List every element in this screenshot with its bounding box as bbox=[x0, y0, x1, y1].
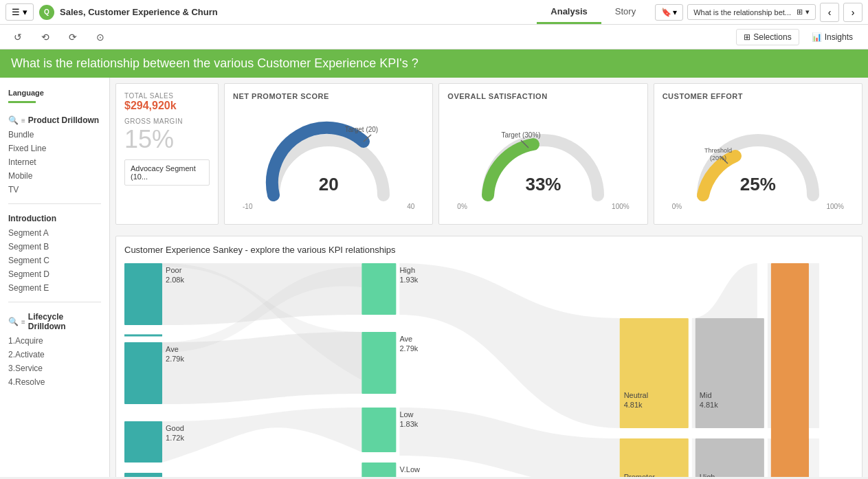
svg-text:Promotor: Promotor bbox=[624, 473, 656, 477]
advocacy-segment-button[interactable]: Advocacy Segment (10... bbox=[124, 159, 210, 186]
svg-text:V.Low: V.Low bbox=[399, 465, 420, 474]
sankey-node-promotor bbox=[620, 438, 689, 477]
sankey-node-vlow bbox=[361, 463, 396, 477]
sankey-node-good bbox=[124, 421, 162, 463]
sankey-title: Customer Experience Sankey - explore the… bbox=[124, 245, 854, 255]
overall-max: 100% bbox=[612, 203, 630, 210]
svg-text:Neutral: Neutral bbox=[624, 391, 648, 399]
sankey-svg: Poor 2.08k Ave 2.79k Good 1.72k V. Good … bbox=[124, 263, 854, 477]
svg-text:Ave: Ave bbox=[166, 345, 179, 353]
insights-button[interactable]: 📊 Insights bbox=[805, 30, 860, 45]
sidebar-item-activate[interactable]: 2.Activate bbox=[0, 348, 109, 361]
sankey-node-far-right-2 bbox=[771, 438, 809, 477]
tab-analysis[interactable]: Analysis bbox=[537, 1, 601, 24]
svg-text:2.79k: 2.79k bbox=[166, 355, 184, 363]
list-icon: ≡ bbox=[21, 117, 25, 124]
sankey-section: Customer Experience Sankey - explore the… bbox=[115, 236, 863, 477]
selections-button[interactable]: ⊞ Selections bbox=[736, 29, 799, 45]
svg-text:V. Good: V. Good bbox=[166, 476, 192, 477]
sidebar: Language 🔍 ≡ Product Drilldown Bundle Fi… bbox=[0, 78, 110, 477]
toolbar-btn-4[interactable]: ⊙ bbox=[91, 27, 110, 47]
svg-text:Poor: Poor bbox=[166, 266, 182, 274]
gross-margin-label: GROSS MARGIN bbox=[124, 118, 210, 125]
sankey-node-mid bbox=[695, 318, 764, 428]
list-icon-2: ≡ bbox=[21, 318, 25, 326]
svg-text:4.81k: 4.81k bbox=[624, 401, 643, 409]
sankey-node-low bbox=[361, 408, 396, 452]
total-sales-label: TOTAL SALES bbox=[124, 92, 210, 100]
sankey-node-neutral bbox=[620, 318, 689, 428]
sidebar-item-segment-a[interactable]: Segment A bbox=[0, 226, 109, 240]
svg-text:High: High bbox=[399, 266, 415, 274]
top-bar: ☰ ▾ Q Sales, Customer Experience & Churn… bbox=[0, 0, 868, 25]
sidebar-item-fixed-line[interactable]: Fixed Line bbox=[0, 142, 109, 155]
selections-icon: ⊞ bbox=[744, 32, 750, 42]
sidebar-item-bundle[interactable]: Bundle bbox=[0, 128, 109, 142]
effort-gauge-svg: Threshold (20%) bbox=[689, 106, 827, 216]
nav-prev-button[interactable]: ‹ bbox=[820, 3, 839, 22]
sidebar-item-acquire[interactable]: 1.Acquire bbox=[0, 334, 109, 348]
main-layout: Language 🔍 ≡ Product Drilldown Bundle Fi… bbox=[0, 78, 868, 477]
sidebar-item-segment-e[interactable]: Segment E bbox=[0, 281, 109, 295]
toolbar-btn-2[interactable]: ⟲ bbox=[36, 27, 55, 47]
svg-text:(20%): (20%) bbox=[710, 155, 726, 161]
insights-label: Insights bbox=[825, 32, 853, 42]
content-area: TOTAL SALES $294,920k GROSS MARGIN 15% A… bbox=[110, 78, 868, 477]
sidebar-item-service[interactable]: 3.Service bbox=[0, 361, 109, 375]
insights-icon: 📊 bbox=[812, 32, 822, 42]
sheet-title: What is the relationship bet... bbox=[693, 8, 791, 16]
sheet-dropdown-icon: ▾ bbox=[805, 8, 810, 16]
effort-max: 100% bbox=[826, 203, 844, 210]
svg-text:Target (20): Target (20) bbox=[345, 126, 378, 133]
sankey-node-vgood bbox=[124, 473, 162, 477]
sidebar-item-mobile[interactable]: Mobile bbox=[0, 169, 109, 183]
toolbar-btn-3[interactable]: ⟳ bbox=[63, 27, 82, 47]
hamburger-button[interactable]: ☰ ▾ bbox=[5, 3, 34, 21]
sidebar-item-tv[interactable]: TV bbox=[0, 183, 109, 197]
svg-text:Threshold: Threshold bbox=[704, 147, 732, 154]
sidebar-item-segment-d[interactable]: Segment D bbox=[0, 267, 109, 281]
bookmark-icon: 🔖 bbox=[661, 8, 671, 17]
sidebar-item-resolve[interactable]: 4.Resolve bbox=[0, 375, 109, 389]
toolbar-right: ⊞ Selections 📊 Insights bbox=[736, 29, 860, 45]
tab-story[interactable]: Story bbox=[601, 1, 649, 24]
sheet-selector[interactable]: What is the relationship bet... ⊞ ▾ bbox=[687, 4, 816, 20]
app-icon: Q bbox=[39, 5, 54, 20]
sankey-chart[interactable]: Poor 2.08k Ave 2.79k Good 1.72k V. Good … bbox=[124, 263, 854, 477]
svg-text:Mid: Mid bbox=[700, 391, 712, 399]
effort-value: 25% bbox=[740, 174, 776, 195]
sidebar-divider-2 bbox=[8, 302, 101, 302]
customer-effort-card: CUSTOMER EFFORT Threshold (20%) 25% 0% bbox=[654, 83, 863, 225]
svg-text:2.08k: 2.08k bbox=[166, 276, 184, 284]
sidebar-lifecycle-drilldown[interactable]: 🔍 ≡ Lifecycle Drilldown bbox=[0, 309, 109, 334]
app-title: Sales, Customer Experience & Churn bbox=[60, 7, 531, 17]
total-sales-value: $294,920k bbox=[124, 100, 210, 112]
nps-value: 20 bbox=[319, 174, 339, 195]
svg-text:1.83k: 1.83k bbox=[399, 420, 418, 428]
sidebar-lifecycle-section: 🔍 ≡ Lifecycle Drilldown 1.Acquire 2.Acti… bbox=[0, 307, 109, 392]
sidebar-language-label: Language bbox=[0, 86, 109, 100]
kpi-row: TOTAL SALES $294,920k GROSS MARGIN 15% A… bbox=[110, 78, 868, 230]
toolbar-btn-1[interactable]: ↺ bbox=[8, 27, 27, 47]
sidebar-item-segment-b[interactable]: Segment B bbox=[0, 240, 109, 254]
svg-text:Ave: Ave bbox=[399, 335, 412, 343]
top-right-controls: 🔖 ▾ What is the relationship bet... ⊞ ▾ … bbox=[655, 3, 863, 22]
sidebar-drilldown1-section: 🔍 ≡ Product Drilldown Bundle Fixed Line … bbox=[0, 110, 109, 199]
overall-value: 33% bbox=[525, 174, 561, 195]
search-icon: 🔍 bbox=[8, 115, 19, 125]
sidebar-item-segment-c[interactable]: Segment C bbox=[0, 254, 109, 267]
bookmark-button[interactable]: 🔖 ▾ bbox=[655, 4, 683, 21]
header-banner: What is the relationship between the var… bbox=[0, 49, 868, 78]
svg-text:High: High bbox=[700, 473, 715, 477]
sankey-node-ave bbox=[124, 342, 162, 404]
svg-text:2.79k: 2.79k bbox=[399, 344, 418, 353]
effort-min: 0% bbox=[672, 203, 682, 210]
sidebar-item-internet[interactable]: Internet bbox=[0, 155, 109, 169]
nps-gauge: Target (20) 20 -10 40 bbox=[233, 106, 424, 216]
nps-title: NET PROMOTER SCORE bbox=[233, 92, 424, 100]
sidebar-product-drilldown[interactable]: 🔍 ≡ Product Drilldown bbox=[0, 113, 109, 128]
svg-text:1.93k: 1.93k bbox=[399, 276, 418, 284]
nav-next-button[interactable]: › bbox=[843, 3, 863, 22]
tab-group: Analysis Story bbox=[537, 1, 649, 24]
nps-max: 40 bbox=[407, 203, 414, 210]
